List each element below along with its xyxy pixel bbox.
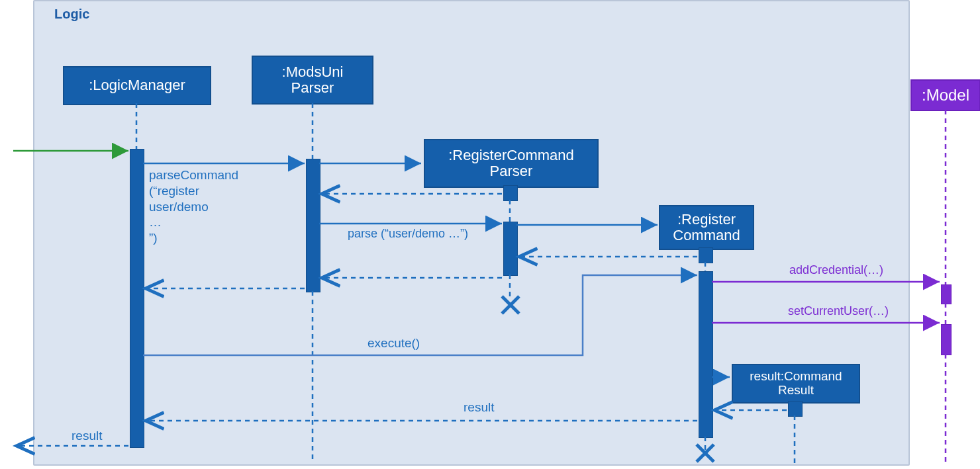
msg-add-credential: addCredential(…) [789, 263, 883, 277]
msg-parse: parse (“user/demo …”) [348, 227, 468, 241]
msg-result-out: result [72, 429, 102, 443]
participant-label: :RegisterCommand Parser [448, 148, 574, 179]
activation-rcp-1 [503, 185, 518, 201]
participant-model: :Model [910, 79, 980, 111]
msg-set-current-user: setCurrentUser(…) [788, 304, 889, 318]
activation-rc-2 [699, 271, 713, 438]
participant-modsuni-parser: :ModsUni Parser [252, 56, 373, 105]
participant-register-command: :Register Command [659, 205, 754, 250]
participant-command-result: result:Command Result [732, 364, 860, 404]
frame-label: Logic [54, 7, 89, 22]
participant-label: :Model [922, 87, 969, 104]
activation-rc-1 [699, 247, 713, 263]
participant-label: :ModsUni Parser [282, 64, 344, 96]
msg-result: result [464, 400, 494, 415]
participant-label: :LogicManager [89, 77, 185, 93]
activation-logic-manager [130, 149, 144, 448]
activation-model-2 [941, 324, 952, 355]
sequence-diagram: Logic :LogicManager :ModsUni Parser :Reg… [0, 0, 980, 469]
activation-modsuni-parser [306, 159, 320, 292]
activation-model-1 [941, 284, 952, 304]
participant-register-command-parser: :RegisterCommand Parser [424, 139, 599, 188]
msg-execute: execute() [368, 336, 420, 351]
activation-command-result [788, 401, 803, 417]
msg-parse-command: parseCommand (“register user/demo … ”) [149, 167, 238, 246]
participant-label: :Register Command [673, 212, 740, 243]
participant-logic-manager: :LogicManager [63, 66, 211, 105]
activation-rcp-2 [503, 222, 518, 276]
participant-label: result:Command Result [750, 370, 842, 398]
